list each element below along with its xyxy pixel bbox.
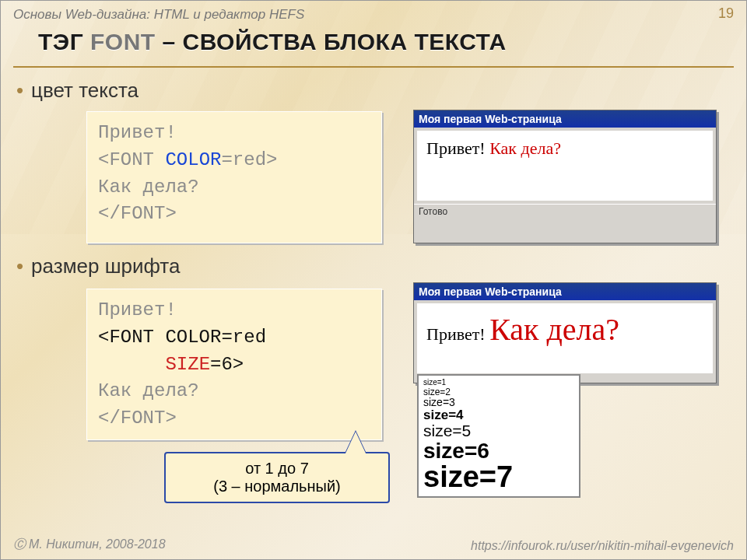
slide: Основы Web-дизайна: HTML и редактор HEFS…	[0, 0, 747, 560]
footer-url: https://infourok.ru/user/nikitin-mihail-…	[471, 539, 734, 553]
size-row: size=7	[423, 462, 574, 493]
win2-content: Привет! Как дела?	[417, 303, 713, 373]
code1-l2a: <FONT	[98, 149, 165, 170]
win1-status: Готово	[414, 204, 716, 219]
slide-title: ТЭГ FONT – СВОЙСТВА БЛОКА ТЕКСТА	[38, 29, 728, 55]
size-row: size=6	[423, 439, 574, 462]
code1-l2b: COLOR	[165, 149, 221, 170]
win1-titlebar: Моя первая Web-страница	[414, 110, 716, 128]
title-part-2: – СВОЙСТВА БЛОКА ТЕКСТА	[156, 29, 507, 54]
bullet-size-text: размер шрифта	[31, 254, 180, 278]
callout-tail	[345, 432, 366, 455]
footer-author-text: М. Никитин, 2008-2018	[29, 537, 166, 551]
win1-text-red: Как дела?	[489, 138, 561, 158]
code2-line1: Привет!	[98, 297, 370, 324]
code2-l3b: SIZE	[165, 354, 210, 375]
footer-author: Ⓒ М. Никитин, 2008-2018	[13, 537, 166, 553]
code2-line3: SIZE=6>	[98, 352, 370, 379]
title-underline	[13, 66, 734, 68]
course-header: Основы Web-дизайна: HTML и редактор HEFS	[13, 7, 304, 23]
win2-text-black: Привет!	[426, 324, 489, 344]
browser-window-2: Моя первая Web-страница Привет! Как дела…	[413, 282, 717, 383]
code1-line4: </FONT>	[98, 201, 370, 228]
code2-line5: </FONT>	[98, 405, 370, 432]
title-font-word: FONT	[90, 29, 156, 54]
title-part-1: ТЭГ	[38, 29, 90, 54]
win2-text-red: Как дела?	[489, 312, 619, 347]
size-row: size=1	[423, 379, 574, 387]
size-row: size=5	[423, 422, 574, 439]
page-number: 19	[718, 5, 734, 22]
code1-line1: Привет!	[98, 120, 370, 147]
code1-l2c: =red>	[221, 149, 277, 170]
browser-window-1: Моя первая Web-страница Привет! Как дела…	[413, 110, 717, 243]
callout-size-range: от 1 до 7 (3 – нормальный)	[164, 452, 390, 503]
size-demo-box: size=1 size=2 size=3 size=4 size=5 size=…	[417, 374, 580, 498]
bullet-color: •цвет текста	[16, 79, 139, 103]
callout-line1: от 1 до 7	[174, 460, 381, 478]
callout-line2: (3 – нормальный)	[174, 478, 381, 495]
bullet-color-text: цвет текста	[31, 79, 139, 102]
win1-content: Привет! Как дела?	[417, 131, 713, 201]
win1-text-black: Привет!	[426, 138, 489, 158]
code-block-color: Привет! <FONT COLOR=red> Как дела? </FON…	[86, 111, 382, 243]
code-block-size: Привет! <FONT COLOR=red SIZE=6> Как дела…	[86, 289, 382, 440]
code2-l3a	[98, 354, 165, 375]
code2-line2: <FONT COLOR=red	[98, 324, 370, 352]
win2-titlebar: Моя первая Web-страница	[414, 283, 716, 300]
code1-line2: <FONT COLOR=red>	[98, 147, 370, 174]
code2-line4: Как дела?	[98, 378, 370, 405]
code1-line3: Как дела?	[98, 174, 370, 201]
size-row: size=4	[423, 408, 574, 422]
code2-l3c: =6>	[210, 354, 244, 375]
bullet-size: •размер шрифта	[16, 254, 180, 278]
size-row: size=3	[423, 397, 574, 408]
